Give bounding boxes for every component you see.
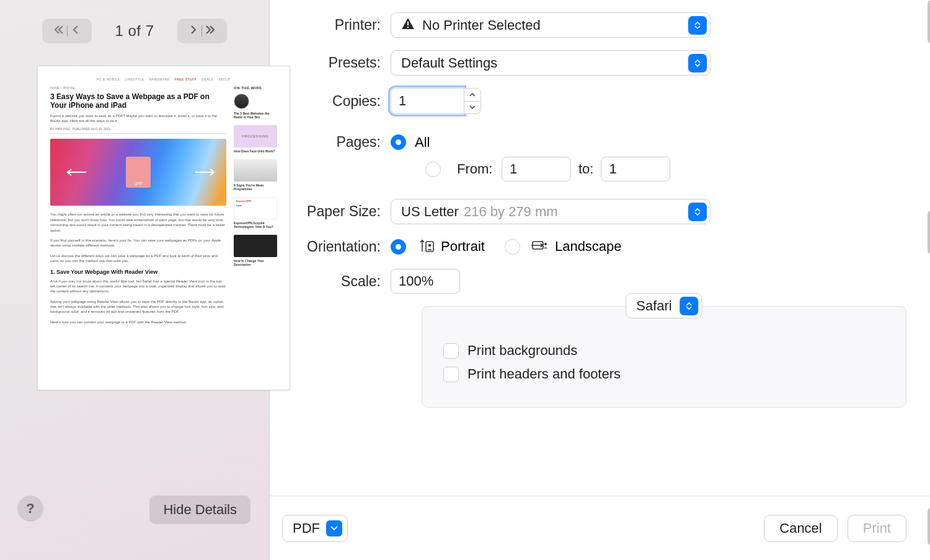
pdf-label: PDF <box>293 520 320 536</box>
print-headers-checkbox[interactable] <box>443 367 459 382</box>
pages-from-label: From: <box>457 161 494 177</box>
thumb-para: Saving your webpage using Reader View al… <box>50 299 226 315</box>
thumb-para: If you find yourself in this scenario, h… <box>50 238 226 248</box>
copies-input[interactable] <box>391 88 464 114</box>
thumb-h3: 1. Save Your Webpage With Reader View <box>50 269 226 275</box>
thumb-byline: BY HIRA FIAZ · PUBLISHED AUG 15, 2021 <box>50 127 226 134</box>
chevron-left-icon <box>71 25 81 37</box>
thumb-para: Here's how you can convert your webpage … <box>50 320 226 325</box>
page-indicator: 1 of 7 <box>115 22 154 40</box>
stepper-up-icon[interactable] <box>464 89 480 101</box>
pdf-icon: .pdf <box>126 157 151 188</box>
chevron-right-icon <box>188 25 198 37</box>
preview-nav: 1 of 7 <box>0 12 269 50</box>
updown-icon <box>688 16 707 35</box>
nav-divider <box>67 25 68 37</box>
pages-all-radio[interactable] <box>391 134 406 150</box>
updown-icon <box>688 203 707 221</box>
paper-size-dimensions: 216 by 279 mm <box>464 204 558 220</box>
pages-range-radio[interactable] <box>425 162 441 177</box>
pages-to-label: to: <box>578 161 593 177</box>
pages-all-label: All <box>415 134 430 151</box>
first-page-icon <box>54 25 64 37</box>
page-thumbnail[interactable]: PC & MOBILE LIFESTYLE HARDWARE FREE STUF… <box>37 66 290 390</box>
thumb-para: You might often run across an article or… <box>50 212 226 233</box>
print-backgrounds-label: Print backgrounds <box>467 343 577 359</box>
updown-icon <box>680 297 699 315</box>
svg-point-5 <box>544 243 547 245</box>
updown-icon <box>688 54 707 72</box>
hide-details-button[interactable]: Hide Details <box>149 496 250 524</box>
paper-size-select[interactable]: US Letter 216 by 279 mm <box>391 199 711 224</box>
thumb-nav: PC & MOBILE LIFESTYLE HARDWARE FREE STUF… <box>50 77 277 81</box>
presets-label: Presets: <box>288 55 391 71</box>
printer-value: No Printer Selected <box>422 17 541 33</box>
printer-select[interactable]: No Printer Selected <box>391 12 711 38</box>
svg-rect-1 <box>407 27 409 28</box>
printer-label: Printer: <box>288 17 391 33</box>
prev-page-button[interactable] <box>42 19 92 43</box>
print-button[interactable]: Print <box>848 515 906 542</box>
presets-value: Default Settings <box>401 55 497 71</box>
thumb-para: Let us discuss the different ways we can… <box>50 253 226 264</box>
preview-pane: 1 of 7 PC & MOBILE LIFESTYLE HARDWARE FR… <box>0 0 270 560</box>
copies-stepper[interactable] <box>464 88 481 114</box>
thumb-title: 3 Easy Ways to Save a Webpage as a PDF o… <box>50 92 226 110</box>
print-headers-label: Print headers and footers <box>467 366 621 382</box>
thumb-para: A lot if you may not know about this use… <box>50 279 226 294</box>
orientation-landscape-label: Landscape <box>555 238 622 255</box>
help-button[interactable]: ? <box>17 496 43 522</box>
pages-label: Pages: <box>288 134 391 151</box>
copies-label: Copies: <box>288 93 391 110</box>
svg-point-3 <box>428 244 431 247</box>
nav-divider <box>202 25 202 37</box>
cancel-button[interactable]: Cancel <box>764 515 837 542</box>
scale-label: Scale: <box>288 273 391 290</box>
dialog-footer: PDF Cancel Print <box>270 496 930 560</box>
thumb-subtitle: Found a website you want to save as a PD… <box>50 114 226 124</box>
landscape-icon <box>529 237 555 256</box>
pages-to-input[interactable] <box>601 157 670 182</box>
pdf-menu-button[interactable]: PDF <box>282 515 348 542</box>
stepper-down-icon[interactable] <box>464 102 480 114</box>
orientation-portrait-label: Portrait <box>441 238 485 255</box>
app-options-value: Safari <box>636 298 671 314</box>
presets-select[interactable]: Default Settings <box>391 50 711 76</box>
app-options-block: Safari Print backgrounds Print headers a… <box>422 306 906 408</box>
chevron-down-icon <box>326 520 342 536</box>
print-backgrounds-checkbox[interactable] <box>443 343 459 359</box>
pages-from-input[interactable] <box>502 157 571 182</box>
warning-icon <box>401 17 422 33</box>
orientation-portrait-radio[interactable] <box>391 239 406 255</box>
paper-size-label: Paper Size: <box>288 203 391 220</box>
orientation-landscape-radio[interactable] <box>505 239 520 255</box>
thumb-hero-image: .pdf <box>50 139 226 206</box>
orientation-label: Orientation: <box>288 238 391 255</box>
svg-rect-0 <box>407 22 409 25</box>
app-options-select[interactable]: Safari <box>626 293 702 318</box>
scale-input[interactable] <box>391 269 460 294</box>
paper-size-value: US Letter <box>401 204 459 220</box>
last-page-icon <box>205 25 215 37</box>
settings-pane: Printer: No Printer Selected Presets: De… <box>270 0 930 560</box>
thumb-breadcrumb: HOME > IPHONE <box>50 86 226 90</box>
portrait-icon <box>415 237 441 256</box>
next-page-button[interactable] <box>177 19 227 43</box>
